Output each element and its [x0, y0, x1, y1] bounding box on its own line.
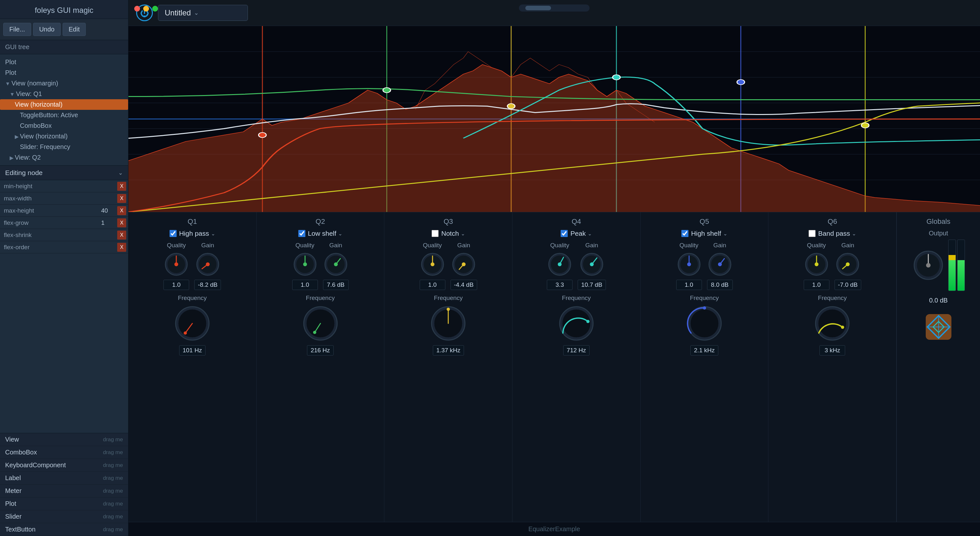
- band-q3-gain-knob[interactable]: [451, 251, 477, 277]
- prop-value-flex-shrink[interactable]: [98, 234, 117, 236]
- band-q2-quality-knob[interactable]: [292, 251, 318, 277]
- tree-item-view-horizontal[interactable]: View (horizontal): [0, 99, 128, 110]
- band-q1-freq-knob[interactable]: [173, 304, 212, 343]
- drag-meter[interactable]: Meter drag me: [0, 485, 128, 498]
- preset-chevron-icon: ⌄: [194, 9, 199, 16]
- band-q4-gain-value[interactable]: 10.7 dB: [578, 280, 606, 290]
- band-q5-freq-knob[interactable]: [685, 304, 724, 343]
- band-q1-type-button[interactable]: High pass ⌄: [179, 230, 215, 237]
- band-q3-freq-value[interactable]: 1.37 kHz: [433, 345, 464, 356]
- band-q3-gain-value[interactable]: -4.4 dB: [450, 280, 477, 290]
- tree-item-view-horizontal2[interactable]: ▶View (horizontal): [0, 131, 128, 142]
- band-q2-gain-value[interactable]: 7.6 dB: [323, 280, 349, 290]
- tree-item-combobox[interactable]: ComboBox: [0, 121, 128, 131]
- prop-value-max-width[interactable]: [98, 197, 117, 200]
- band-q3-type-button[interactable]: Notch ⌄: [441, 230, 465, 237]
- editing-node-header[interactable]: Editing node ⌄: [0, 165, 128, 180]
- prop-value-flex-order[interactable]: [98, 246, 117, 248]
- tree-item-plot2[interactable]: Plot: [0, 67, 128, 78]
- band-q5-gain-value[interactable]: 8.0 dB: [707, 280, 733, 290]
- band-q3-checkbox[interactable]: [431, 230, 439, 237]
- band-q5-freq-value[interactable]: 2.1 kHz: [690, 345, 718, 356]
- svg-point-72: [846, 262, 850, 266]
- tree-item-plot1[interactable]: Plot: [0, 57, 128, 67]
- tree-item-slider-freq[interactable]: Slider: Frequency: [0, 142, 128, 152]
- band-q3-quality-knob[interactable]: [420, 251, 445, 277]
- band-q6-freq-knob[interactable]: [813, 304, 851, 343]
- globals-output-value[interactable]: 0.0 dB: [929, 297, 948, 304]
- close-button[interactable]: [134, 6, 140, 11]
- drag-plot[interactable]: Plot drag me: [0, 498, 128, 510]
- prop-value-flex-grow[interactable]: 1: [98, 218, 117, 228]
- band-q2-checkbox[interactable]: [298, 230, 305, 237]
- band-q1-quality-knob[interactable]: [164, 251, 189, 277]
- drag-combobox[interactable]: ComboBox drag me: [0, 446, 128, 459]
- eq-bands-container: Q1 High pass ⌄ Quality 1.0: [129, 212, 980, 522]
- band-q4-quality-value[interactable]: 3.3: [547, 280, 573, 290]
- tree-item-view-q1[interactable]: ▼View: Q1: [0, 89, 128, 99]
- band-q2-quality-value[interactable]: 1.0: [292, 280, 318, 290]
- band-q5-checkbox[interactable]: [681, 230, 689, 237]
- band-q5-quality-group: Quality 1.0: [676, 242, 702, 290]
- drag-textbutton[interactable]: TextButton drag me: [0, 523, 128, 536]
- band-q6: Q6 Band pass ⌄ Quality 1.0: [768, 212, 897, 522]
- band-q5-gain-knob[interactable]: [707, 251, 733, 277]
- minimize-button[interactable]: [143, 6, 149, 11]
- drag-keyboard[interactable]: KeyboardComponent drag me: [0, 459, 128, 472]
- preset-dropdown[interactable]: Untitled ⌄: [158, 5, 248, 21]
- band-q5-quality-knob[interactable]: [676, 251, 702, 277]
- prop-value-min-height[interactable]: [98, 185, 117, 188]
- band-q2-freq-knob[interactable]: [301, 304, 340, 343]
- prop-delete-flex-grow[interactable]: X: [117, 218, 126, 227]
- prop-value-max-height[interactable]: 40: [98, 206, 117, 215]
- prop-delete-flex-shrink[interactable]: X: [117, 231, 126, 240]
- band-q3-freq-knob[interactable]: [429, 304, 468, 343]
- band-q5-type-button[interactable]: High shelf ⌄: [691, 230, 727, 237]
- band-q6-gain-value[interactable]: -7.0 dB: [835, 280, 861, 290]
- band-q6-quality-knob[interactable]: [804, 251, 829, 277]
- drag-label[interactable]: Label drag me: [0, 472, 128, 485]
- prop-delete-min-height[interactable]: X: [117, 182, 126, 191]
- svg-point-48: [447, 308, 450, 311]
- band-q4-type-row: Peak ⌄: [516, 230, 637, 237]
- prop-delete-max-height[interactable]: X: [117, 206, 126, 215]
- band-q2-type-button[interactable]: Low shelf ⌄: [308, 230, 343, 237]
- band-q1-checkbox[interactable]: [170, 230, 177, 237]
- band-q5-quality-value[interactable]: 1.0: [676, 280, 702, 290]
- band-q6-type-button[interactable]: Band pass ⌄: [818, 230, 856, 237]
- band-q1-gain-knob[interactable]: [195, 251, 221, 277]
- drag-slider[interactable]: Slider drag me: [0, 510, 128, 523]
- band-q2-gain-knob[interactable]: [323, 251, 349, 277]
- tree-item-view-q2[interactable]: ▶View: Q2: [0, 152, 128, 163]
- band-q6-quality-value[interactable]: 1.0: [804, 280, 829, 290]
- band-q1-gain-value[interactable]: -8.2 dB: [194, 280, 221, 290]
- prop-label-max-width: max-width: [0, 193, 98, 204]
- band-q6-checkbox[interactable]: [808, 230, 816, 237]
- band-q6-freq-value[interactable]: 3 kHz: [819, 345, 845, 356]
- globals-output-knob[interactable]: [912, 249, 944, 282]
- band-q4-gain-knob[interactable]: [579, 251, 605, 277]
- band-q3-quality-value[interactable]: 1.0: [420, 280, 445, 290]
- band-q6-gain-knob[interactable]: [835, 251, 861, 277]
- band-q1-freq-value[interactable]: 101 Hz: [179, 345, 205, 356]
- eq-spectrum[interactable]: [129, 26, 980, 212]
- tree-item-togglebutton[interactable]: ToggleButton: Active: [0, 110, 128, 121]
- prop-delete-flex-order[interactable]: X: [117, 243, 126, 252]
- band-q4-freq-knob[interactable]: [557, 304, 596, 343]
- maximize-button[interactable]: [152, 6, 158, 11]
- band-q2-freq-value[interactable]: 216 Hz: [307, 345, 333, 356]
- preset-name: Untitled: [165, 8, 191, 17]
- band-q4-freq-value[interactable]: 712 Hz: [563, 345, 590, 356]
- band-q1-quality-value[interactable]: 1.0: [164, 280, 189, 290]
- band-q4-type-button[interactable]: Peak ⌄: [570, 230, 592, 237]
- band-q4-checkbox[interactable]: [561, 230, 568, 237]
- undo-button[interactable]: Undo: [33, 23, 61, 36]
- band-q2-title: Q2: [316, 218, 325, 226]
- scroll-thumb[interactable]: [525, 6, 551, 10]
- file-button[interactable]: File...: [3, 23, 31, 36]
- edit-button[interactable]: Edit: [63, 23, 86, 36]
- prop-delete-max-width[interactable]: X: [117, 194, 126, 203]
- tree-item-view-nomargin[interactable]: ▼View (nomargin): [0, 78, 128, 89]
- drag-view[interactable]: View drag me: [0, 433, 128, 446]
- band-q4-quality-knob[interactable]: [547, 251, 573, 277]
